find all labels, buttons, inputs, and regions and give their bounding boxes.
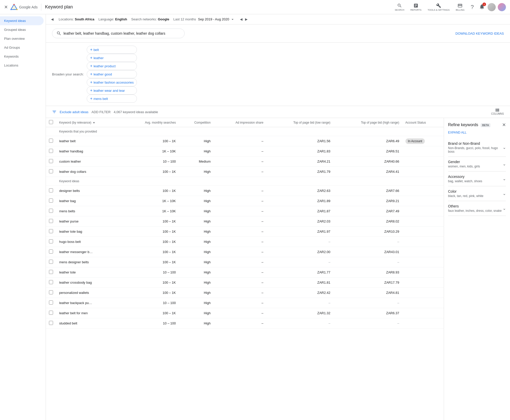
top-low-cell: –: [266, 237, 334, 247]
header-keyword[interactable]: Keyword (by relevance) ▼: [56, 118, 121, 127]
suggest-chip-1[interactable]: +leather: [87, 54, 137, 62]
top-high-cell: ZAR17.79: [334, 278, 402, 288]
chip-label: leather: [94, 56, 104, 60]
search-nav-button[interactable]: SEARCH: [392, 2, 407, 12]
ad-impression-cell: –: [214, 146, 266, 156]
suggest-chip-6[interactable]: +mens belt: [87, 95, 137, 103]
row-checkbox[interactable]: [49, 290, 53, 294]
sidebar-item-grouped-ideas[interactable]: Grouped ideas: [0, 25, 44, 34]
refine-section-accessory[interactable]: Accessory bag, wallet, watch, shoes ⌄: [448, 172, 506, 186]
row-checkbox-cell[interactable]: [46, 206, 56, 216]
row-checkbox-cell[interactable]: [46, 156, 56, 167]
plus-icon: +: [90, 56, 92, 60]
row-checkbox[interactable]: [49, 311, 53, 315]
row-checkbox[interactable]: [49, 219, 53, 223]
date-dropdown-icon: [230, 17, 235, 22]
search-input-wrap[interactable]: leather belt, leather handbag, custom le…: [52, 29, 185, 38]
sidebar: Keyword ideas Grouped ideas Plan overvie…: [0, 14, 46, 420]
table-row: studded belt 10 – 100 High – – –: [46, 318, 444, 329]
sidebar-item-ad-groups[interactable]: Ad Groups: [0, 43, 44, 52]
refine-section-others[interactable]: Others faux leather, inches, dress, colo…: [448, 201, 506, 216]
suggest-chip-0[interactable]: +belt: [87, 46, 137, 54]
row-checkbox-cell[interactable]: [46, 136, 56, 146]
location-value[interactable]: South Africa: [75, 17, 94, 21]
account-avatar[interactable]: [498, 3, 506, 11]
help-nav-button[interactable]: ?: [468, 3, 476, 11]
exclude-adults-button[interactable]: Exclude adult ideas: [60, 110, 88, 114]
row-checkbox[interactable]: [49, 139, 53, 143]
row-checkbox[interactable]: [49, 280, 53, 284]
row-checkbox[interactable]: [49, 159, 53, 163]
notification-button[interactable]: 1: [477, 2, 487, 12]
suggest-chip-4[interactable]: +leather fashion accessories: [87, 78, 137, 86]
row-checkbox-cell[interactable]: [46, 146, 56, 156]
reports-nav-button[interactable]: REPORTS: [408, 2, 424, 12]
refine-section-color[interactable]: Color black, tan, red, pink, white ⌄: [448, 186, 506, 201]
row-checkbox-cell[interactable]: [46, 167, 56, 177]
row-checkbox[interactable]: [49, 149, 53, 153]
row-checkbox-cell[interactable]: [46, 186, 56, 196]
date-selector[interactable]: Last 12 months Sep 2019 - Aug 2020: [173, 17, 235, 22]
row-checkbox-cell[interactable]: [46, 237, 56, 247]
chip-label: leather fashion accessories: [94, 81, 134, 84]
date-prev-button[interactable]: ◀: [239, 16, 244, 22]
collapse-button[interactable]: ◀: [50, 16, 55, 22]
language-value[interactable]: English: [115, 17, 127, 21]
network-value[interactable]: Google: [158, 17, 169, 21]
row-checkbox[interactable]: [49, 188, 53, 192]
top-low-cell: –: [266, 318, 334, 329]
top-low-cell: ZAR1.32: [266, 308, 334, 318]
ad-impression-cell: –: [214, 298, 266, 308]
top-high-cell: ZAR4.81: [334, 288, 402, 298]
row-checkbox-cell[interactable]: [46, 278, 56, 288]
row-checkbox[interactable]: [49, 270, 53, 274]
sidebar-item-locations[interactable]: Locations: [0, 61, 44, 70]
expand-all-link[interactable]: EXPAND ALL: [448, 131, 506, 134]
row-checkbox[interactable]: [49, 250, 53, 254]
header-checkbox-cell[interactable]: [46, 118, 56, 127]
row-checkbox-cell[interactable]: [46, 216, 56, 227]
keywords-toolbar: Exclude adult ideas ADD FILTER 4,067 key…: [46, 106, 510, 118]
suggest-chip-2[interactable]: +leather product: [87, 62, 137, 70]
close-icon[interactable]: ✕: [4, 4, 8, 10]
row-checkbox[interactable]: [49, 169, 53, 173]
row-checkbox-cell[interactable]: [46, 308, 56, 318]
location-label: Locations:: [59, 17, 74, 21]
row-checkbox[interactable]: [49, 260, 53, 264]
row-checkbox[interactable]: [49, 209, 53, 213]
row-checkbox-cell[interactable]: [46, 196, 56, 206]
row-checkbox[interactable]: [49, 199, 53, 203]
row-checkbox-cell[interactable]: [46, 247, 56, 257]
sidebar-item-keywords[interactable]: Keywords: [0, 52, 44, 61]
row-checkbox-cell[interactable]: [46, 257, 56, 267]
suggest-chip-5[interactable]: +leather wear and tear: [87, 86, 137, 95]
add-filter-button[interactable]: ADD FILTER: [92, 110, 111, 114]
search-nav-label: SEARCH: [395, 9, 404, 11]
refine-section-gender[interactable]: Gender women, men, kids, girls ⌄: [448, 157, 506, 172]
row-checkbox-cell[interactable]: [46, 288, 56, 298]
suggest-chip-3[interactable]: +leather good: [87, 70, 137, 78]
row-checkbox-cell[interactable]: [46, 298, 56, 308]
select-all-checkbox[interactable]: [49, 120, 53, 124]
sidebar-item-keyword-ideas[interactable]: Keyword ideas: [0, 16, 44, 25]
sidebar-item-plan-overview[interactable]: Plan overview: [0, 34, 44, 43]
close-refine-button[interactable]: ✕: [502, 122, 506, 128]
row-checkbox[interactable]: [49, 300, 53, 305]
row-checkbox[interactable]: [49, 321, 53, 325]
row-checkbox-cell[interactable]: [46, 318, 56, 329]
billing-nav-button[interactable]: BILLING: [453, 2, 467, 12]
row-checkbox-cell[interactable]: [46, 227, 56, 237]
keyword-cell: leather belt for men: [56, 308, 121, 318]
tools-nav-button[interactable]: TOOLS & SETTINGS: [425, 2, 452, 12]
columns-button[interactable]: COLUMNS: [491, 109, 504, 115]
ad-impression-cell: –: [214, 318, 266, 329]
row-checkbox[interactable]: [49, 239, 53, 243]
row-checkbox[interactable]: [49, 229, 53, 233]
user-avatar[interactable]: [488, 3, 496, 11]
download-keyword-ideas-link[interactable]: DOWNLOAD KEYWORD IDEAS: [455, 32, 504, 35]
date-next-button[interactable]: ▶: [244, 16, 249, 22]
row-checkbox-cell[interactable]: [46, 267, 56, 278]
account-status-cell: [402, 288, 444, 298]
refine-section-brand[interactable]: Brand or Non-Brand Non-Brands, gucci, po…: [448, 138, 506, 157]
filter-bar: ◀ Locations: South Africa Language: Engl…: [46, 14, 510, 24]
